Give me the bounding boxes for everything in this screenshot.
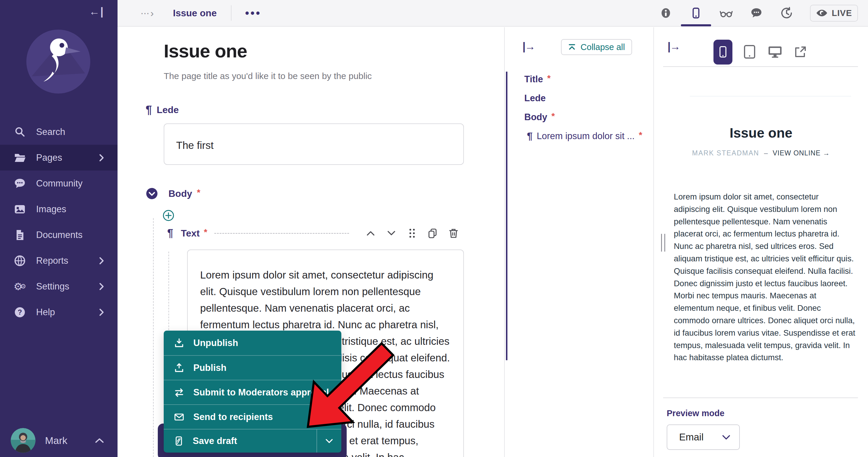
app-logo <box>26 29 91 94</box>
outline-item-lede[interactable]: Lede <box>524 93 546 104</box>
required-marker: * <box>547 73 551 83</box>
document-icon <box>13 229 26 241</box>
sidebar-item-label: Documents <box>36 230 104 240</box>
view-online-link[interactable]: VIEW ONLINE → <box>773 149 830 157</box>
body-label-text: Body <box>168 188 192 199</box>
sidebar-item-label: Images <box>36 204 104 215</box>
move-down-icon[interactable] <box>386 228 397 239</box>
eye-icon <box>816 9 828 17</box>
panel-collapse-icon[interactable]: |→ <box>523 40 535 53</box>
collapse-section-icon[interactable] <box>146 188 158 199</box>
menu-item-unpublish[interactable]: Unpublish <box>164 331 341 355</box>
outline-item-title[interactable]: Title * <box>524 74 551 85</box>
live-preview-button[interactable]: LIVE <box>810 5 858 22</box>
outline-item-label: Lede <box>524 93 546 104</box>
help-icon: ? <box>13 306 26 319</box>
open-external-preview-button[interactable] <box>793 44 808 59</box>
sidebar-item-reports[interactable]: Reports <box>0 248 118 273</box>
menu-item-label: Send to recipients <box>193 412 273 422</box>
sidebar-item-documents[interactable]: Documents <box>0 222 118 248</box>
info-icon[interactable] <box>659 6 673 20</box>
sidebar-item-pages[interactable]: Pages <box>0 145 118 170</box>
duplicate-icon[interactable] <box>427 228 438 239</box>
chevron-down-icon <box>722 435 730 440</box>
kiwi-bird-logo-icon <box>26 29 91 94</box>
search-icon <box>13 126 26 138</box>
user-menu[interactable]: Mark <box>0 424 118 457</box>
outline-item-body[interactable]: Body * <box>524 112 555 123</box>
save-draft-split-toggle[interactable] <box>316 429 341 453</box>
chevron-right-icon <box>99 257 104 265</box>
history-icon[interactable] <box>780 6 794 20</box>
collapse-all-label: Collapse all <box>581 42 625 52</box>
collapse-all-icon <box>568 43 576 51</box>
delete-icon[interactable] <box>448 228 459 239</box>
lede-input[interactable]: The first <box>164 123 464 165</box>
phone-icon <box>717 44 729 60</box>
device-phone-button[interactable] <box>713 40 733 65</box>
paragraph-icon: ¶ <box>146 104 152 116</box>
globe-icon <box>13 255 26 267</box>
panel-resize-handle[interactable] <box>661 234 665 252</box>
sidebar-item-settings[interactable]: ⚙⚙ Settings <box>0 273 118 299</box>
preview-mode-label: Preview mode <box>667 409 724 418</box>
sidebar-item-search[interactable]: Search <box>0 119 118 145</box>
sidebar-item-label: Help <box>36 307 89 318</box>
breadcrumb-expand-icon[interactable]: ⋯› <box>141 7 154 19</box>
outline-panel: |→ Collapse all Title * Lede Body * ¶ Lo… <box>505 27 654 457</box>
chevron-right-icon <box>99 154 104 162</box>
page-tab-title[interactable]: Issue one <box>173 8 217 19</box>
move-up-icon[interactable] <box>365 228 376 239</box>
device-desktop-button[interactable] <box>768 44 782 59</box>
folder-open-icon <box>13 152 26 164</box>
outline-item-label: Body <box>524 112 547 123</box>
paragraph-icon: ¶ <box>167 227 173 239</box>
live-label: LIVE <box>832 8 852 18</box>
preview-title: Issue one <box>666 125 856 141</box>
sidebar-item-label: Search <box>36 127 104 137</box>
publish-icon <box>174 363 184 373</box>
lede-field-label: ¶ Lede <box>146 104 179 116</box>
sidebar-item-label: Community <box>36 178 104 189</box>
menu-item-publish[interactable]: Publish <box>164 355 341 380</box>
mobile-preview-icon[interactable] <box>689 6 703 20</box>
user-name: Mark <box>45 435 86 446</box>
outline-item-text-block[interactable]: ¶ Lorem ipsum dolor sit ... * <box>527 130 642 142</box>
sidebar-item-images[interactable]: Images <box>0 196 118 222</box>
chevron-right-icon <box>99 283 104 290</box>
sidebar-collapse-icon[interactable]: ←| <box>89 5 104 18</box>
text-block-label: Text <box>181 228 199 239</box>
preview-body-text: Lorem ipsum dolor sit amet, consectetur … <box>674 191 857 364</box>
collapse-all-button[interactable]: Collapse all <box>561 39 632 55</box>
readability-glasses-icon[interactable] <box>719 6 733 20</box>
svg-text:?: ? <box>18 308 22 316</box>
menu-item-send-recipients[interactable]: Send to recipients <box>164 404 341 429</box>
drag-handle-icon[interactable] <box>406 228 418 239</box>
block-guide-line <box>153 218 154 457</box>
add-block-button[interactable] <box>162 209 174 221</box>
device-tablet-button[interactable] <box>742 44 757 59</box>
menu-item-submit-approval[interactable]: Submit to Moderators approval <box>164 380 341 404</box>
block-drag-line <box>214 233 349 234</box>
chevron-right-icon <box>99 308 104 316</box>
page-title-hint: The page title as you'd like it to be se… <box>164 71 372 81</box>
text-block-header: ¶ Text * <box>167 227 466 239</box>
preview-byline: MARK STEADMAN – VIEW ONLINE → <box>654 149 868 157</box>
topbar: ⋯› Issue one ••• LIVE <box>118 0 868 27</box>
required-marker: * <box>204 227 207 237</box>
sidebar: ←| Search P <box>0 0 118 457</box>
topbar-divider <box>231 5 231 21</box>
sidebar-item-community[interactable]: Community <box>0 170 118 196</box>
image-icon <box>13 203 26 216</box>
byline-separator: – <box>764 149 768 157</box>
envelope-icon <box>174 412 184 422</box>
required-marker: * <box>197 187 200 197</box>
preview-mode-select[interactable]: Email <box>667 424 740 450</box>
menu-item-label: Unpublish <box>193 338 238 348</box>
sidebar-item-help[interactable]: ? Help <box>0 299 118 325</box>
menu-item-save-draft[interactable]: Save draft <box>164 429 341 453</box>
required-marker: * <box>552 111 555 121</box>
comments-icon[interactable] <box>750 6 763 20</box>
more-options-icon[interactable]: ••• <box>245 7 261 20</box>
lede-label-text: Lede <box>157 104 179 116</box>
